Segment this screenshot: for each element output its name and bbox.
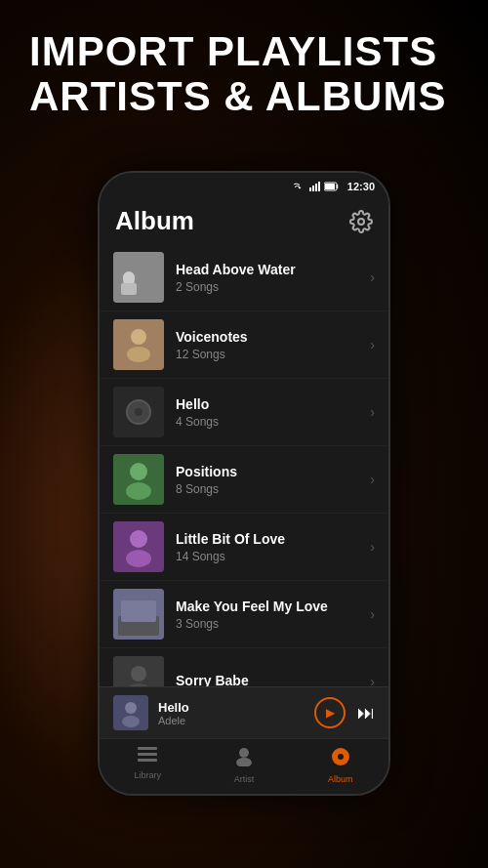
chevron-right-7: ›: [370, 674, 375, 686]
svg-rect-27: [138, 747, 157, 750]
status-icons: 12:30: [294, 181, 375, 192]
now-playing-thumb: [113, 695, 148, 730]
skip-button[interactable]: ⏭: [357, 703, 375, 723]
now-playing-bar[interactable]: Hello Adele ▶ ⏭: [100, 686, 388, 738]
chevron-right-1: ›: [370, 269, 375, 285]
svg-point-17: [126, 550, 151, 567]
album-name-7: Sorry Babe: [176, 673, 362, 687]
chevron-right-4: ›: [370, 472, 375, 487]
app-title: Album: [115, 206, 194, 236]
album-songs-1: 2 Songs: [176, 280, 362, 294]
signal-icon: [309, 182, 320, 191]
chevron-right-6: ›: [370, 606, 375, 622]
album-name-4: Positions: [176, 464, 362, 479]
svg-point-16: [130, 530, 147, 548]
album-info-7: Sorry Babe: [176, 673, 362, 687]
svg-rect-28: [138, 753, 157, 756]
nav-label-library: Library: [135, 770, 162, 780]
album-thumb-5: [113, 521, 164, 572]
artist-icon: [235, 747, 253, 771]
album-songs-4: 8 Songs: [176, 482, 362, 496]
album-list: Head Above Water 2 Songs › Voice: [100, 244, 388, 686]
library-icon: [138, 747, 157, 767]
svg-point-7: [131, 329, 146, 345]
play-button[interactable]: ▶: [314, 697, 346, 728]
album-name-6: Make You Feel My Love: [176, 599, 362, 614]
now-playing-controls: ▶ ⏭: [314, 697, 375, 728]
svg-point-26: [122, 716, 140, 727]
nav-item-library[interactable]: Library: [100, 739, 196, 794]
album-thumb-7: [113, 656, 164, 686]
app-header: Album: [100, 196, 388, 244]
chevron-right-2: ›: [370, 337, 375, 352]
phone-screen: 12:30 Album: [100, 173, 388, 794]
album-item-positions[interactable]: Positions 8 Songs ›: [100, 446, 388, 514]
nav-item-album[interactable]: Album: [292, 739, 388, 794]
svg-point-8: [127, 347, 150, 362]
chevron-right-3: ›: [370, 404, 375, 420]
svg-rect-3: [113, 252, 164, 303]
album-info-2: Voicenotes 12 Songs: [176, 329, 362, 361]
album-info-5: Little Bit Of Love 14 Songs: [176, 531, 362, 563]
album-info-3: Hello 4 Songs: [176, 396, 362, 429]
album-songs-6: 3 Songs: [176, 617, 362, 631]
svg-rect-20: [121, 600, 156, 622]
svg-rect-29: [138, 759, 157, 762]
now-playing-artist: Adele: [158, 715, 314, 726]
svg-rect-5: [121, 283, 137, 295]
hero-section: IMPORT PLAYLISTS ARTISTS & ALBUMS: [29, 29, 459, 119]
album-name-2: Voicenotes: [176, 329, 362, 345]
status-bar: 12:30: [100, 173, 388, 196]
svg-point-14: [126, 482, 151, 500]
settings-icon[interactable]: [349, 210, 373, 233]
svg-point-25: [125, 702, 137, 714]
chevron-right-5: ›: [370, 539, 375, 555]
album-item-voicenotes[interactable]: Voicenotes 12 Songs ›: [100, 311, 388, 379]
album-thumb-4: [113, 454, 164, 505]
album-songs-5: 14 Songs: [176, 550, 362, 563]
nav-label-artist: Artist: [234, 774, 255, 784]
time-display: 12:30: [347, 181, 375, 192]
phone-frame: 12:30 Album: [98, 171, 390, 796]
album-songs-3: 4 Songs: [176, 415, 362, 429]
nav-label-album: Album: [328, 774, 353, 784]
album-icon: [331, 747, 350, 771]
album-info-1: Head Above Water 2 Songs: [176, 262, 362, 294]
now-playing-info: Hello Adele: [158, 700, 314, 726]
wifi-icon: [294, 182, 305, 191]
svg-point-13: [130, 463, 147, 480]
svg-point-31: [236, 758, 252, 766]
album-thumb-2: [113, 319, 164, 370]
album-thumb-1: [113, 252, 164, 303]
album-item-little-bit-of-love[interactable]: Little Bit Of Love 14 Songs ›: [100, 514, 388, 581]
battery-icon: [324, 182, 340, 191]
phone-wrapper: 12:30 Album: [98, 171, 390, 796]
album-thumb-3: [113, 387, 164, 437]
album-name-5: Little Bit Of Love: [176, 531, 362, 547]
album-item-sorry-babe[interactable]: Sorry Babe ›: [100, 648, 388, 686]
album-thumb-6: [113, 589, 164, 640]
svg-point-33: [338, 754, 344, 760]
bottom-nav: Library Artist: [100, 738, 388, 794]
svg-point-2: [358, 219, 364, 225]
hero-title: IMPORT PLAYLISTS ARTISTS & ALBUMS: [29, 29, 459, 119]
svg-rect-1: [325, 184, 335, 189]
album-name-3: Hello: [176, 396, 362, 412]
now-playing-title: Hello: [158, 700, 314, 715]
album-info-4: Positions 8 Songs: [176, 464, 362, 496]
album-item-make-you-feel[interactable]: Make You Feel My Love 3 Songs ›: [100, 581, 388, 648]
album-item-hello[interactable]: Hello 4 Songs ›: [100, 379, 388, 446]
svg-point-11: [135, 408, 142, 416]
album-songs-2: 12 Songs: [176, 348, 362, 361]
album-info-6: Make You Feel My Love 3 Songs: [176, 599, 362, 631]
svg-point-22: [131, 666, 146, 682]
svg-point-30: [239, 748, 249, 758]
nav-item-artist[interactable]: Artist: [196, 739, 293, 794]
album-name-1: Head Above Water: [176, 262, 362, 277]
album-item-head-above-water[interactable]: Head Above Water 2 Songs ›: [100, 244, 388, 311]
